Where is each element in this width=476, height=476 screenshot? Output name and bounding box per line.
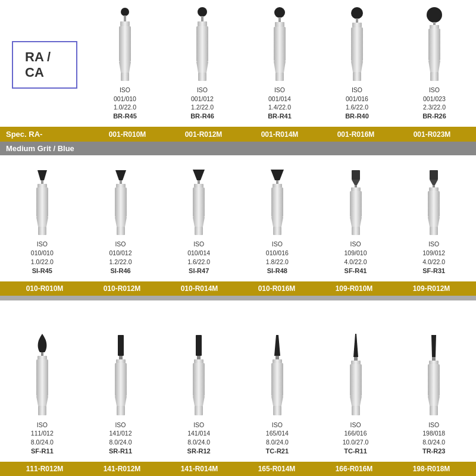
tool-info-br-r40: ISO001/0161.6/22.0 BR-R40 bbox=[345, 86, 369, 121]
tool-code-sr-r11: SR-R11 bbox=[109, 447, 132, 456]
svg-rect-33 bbox=[36, 187, 48, 217]
spec-code-111-r012m: 111-R012M bbox=[6, 465, 83, 473]
tool-iso-tr-r23: ISO198/0188.0/24.0 bbox=[422, 421, 446, 447]
spec-code-010-r016m: 010-R016M bbox=[238, 284, 315, 293]
tool-svg-br-r41 bbox=[259, 7, 300, 83]
svg-rect-56 bbox=[355, 185, 357, 187]
tool-br-r26: ISO001/0232.3/22.0 BR-R26 bbox=[396, 6, 473, 124]
svg-rect-57 bbox=[351, 187, 361, 191]
svg-rect-41 bbox=[117, 227, 125, 235]
svg-marker-10 bbox=[196, 62, 208, 73]
tool-info-tc-r11: ISO166/01610.0/27.0 TC-R11 bbox=[343, 421, 369, 456]
tool-image-sr-r12 bbox=[178, 332, 220, 418]
ra-ca-label: RA / CA bbox=[12, 41, 77, 89]
section-1-tools: RA / CA bbox=[0, 0, 476, 127]
svg-rect-84 bbox=[195, 406, 203, 415]
svg-rect-17 bbox=[275, 73, 284, 81]
tool-info-si-r45: ISO010/0101.0/22.0 SI-R45 bbox=[31, 240, 54, 275]
svg-rect-13 bbox=[278, 17, 281, 22]
tool-svg-br-r45 bbox=[104, 7, 146, 83]
tool-code-sf-r41: SF-R41 bbox=[345, 267, 367, 275]
section-3-tools: ISO111/0128.0/24.0 SF-R11 bbox=[0, 300, 476, 462]
tool-info-sr-r12: ISO141/0148.0/24.0 SR-R12 bbox=[187, 421, 211, 456]
svg-marker-30 bbox=[37, 170, 47, 180]
svg-rect-92 bbox=[354, 357, 358, 361]
svg-rect-68 bbox=[41, 352, 43, 356]
svg-rect-87 bbox=[273, 359, 282, 363]
svg-rect-61 bbox=[430, 170, 438, 180]
tool-iso-br-r46: ISO001/0121.2/22.0 bbox=[190, 86, 214, 112]
svg-rect-64 bbox=[429, 187, 439, 191]
tool-sr-r12: ISO141/0148.0/24.0 SR-R12 bbox=[159, 332, 238, 459]
spec-code-001-r010m: 001-R010M bbox=[89, 130, 165, 139]
svg-point-24 bbox=[427, 7, 442, 23]
tool-info-sf-r11: ISO111/0128.0/24.0 SF-R11 bbox=[31, 421, 54, 456]
svg-rect-58 bbox=[350, 191, 362, 217]
svg-marker-66 bbox=[428, 217, 440, 227]
spec-bar-3: 111-R012M 141-R012M 141-R014M 165-R014M … bbox=[0, 462, 476, 476]
svg-marker-22 bbox=[351, 61, 363, 72]
tool-image-br-r46 bbox=[181, 6, 223, 83]
svg-marker-77 bbox=[115, 396, 127, 406]
spec-code-010-r014m: 010-R014M bbox=[161, 284, 238, 293]
tool-iso-br-r41: ISO001/0141.4/22.0 bbox=[268, 86, 292, 112]
tool-iso-si-r47: ISO010/0141.6/22.0 bbox=[187, 240, 210, 266]
tool-svg-sf-r11 bbox=[21, 332, 63, 418]
tool-image-sf-r31 bbox=[413, 160, 455, 237]
tool-code-si-r45: SI-R45 bbox=[31, 267, 54, 275]
svg-rect-27 bbox=[428, 29, 440, 61]
tool-svg-si-r47 bbox=[178, 167, 220, 237]
svg-rect-93 bbox=[351, 361, 361, 364]
svg-rect-49 bbox=[276, 180, 278, 184]
svg-marker-40 bbox=[115, 217, 127, 227]
svg-rect-94 bbox=[350, 364, 362, 396]
tool-iso-si-r46: ISO010/0121.2/22.0 bbox=[109, 240, 132, 266]
svg-marker-89 bbox=[271, 396, 283, 406]
svg-marker-59 bbox=[350, 217, 362, 227]
svg-marker-85 bbox=[274, 335, 280, 356]
tool-svg-sr-r11 bbox=[100, 332, 142, 418]
tool-info-tc-r21: ISO165/0148.0/24.0 TC-R21 bbox=[266, 421, 289, 456]
svg-rect-15 bbox=[274, 27, 286, 61]
svg-rect-73 bbox=[118, 335, 124, 356]
tool-iso-br-r40: ISO001/0161.6/22.0 bbox=[345, 86, 369, 112]
svg-rect-5 bbox=[121, 73, 129, 81]
tool-code-sf-r11: SF-R11 bbox=[31, 447, 54, 456]
svg-rect-25 bbox=[433, 22, 436, 25]
tool-code-br-r40: BR-R40 bbox=[345, 112, 369, 121]
tool-svg-sf-r31 bbox=[413, 167, 455, 237]
tool-image-si-r48 bbox=[256, 160, 298, 237]
tool-svg-sr-r12 bbox=[178, 332, 220, 418]
tool-iso-sf-r31: ISO109/0124.0/22.0 bbox=[422, 240, 445, 266]
tool-image-tr-r23 bbox=[413, 332, 455, 418]
tool-image-si-r45 bbox=[21, 160, 63, 237]
tool-code-br-r41: BR-R41 bbox=[268, 112, 292, 121]
svg-marker-97 bbox=[431, 335, 436, 357]
svg-rect-20 bbox=[352, 23, 362, 27]
spec-code-010-r012m: 010-R012M bbox=[83, 284, 161, 293]
svg-marker-95 bbox=[350, 396, 362, 406]
svg-rect-100 bbox=[428, 364, 440, 396]
spec-bar-1: Spec. RA- 001-R010M 001-R012M 001-R014M … bbox=[0, 127, 476, 142]
tool-svg-tc-r21 bbox=[256, 332, 298, 418]
svg-marker-42 bbox=[193, 170, 205, 180]
spec-code-001-r016m: 001-R016M bbox=[318, 130, 394, 139]
svg-rect-86 bbox=[275, 356, 279, 359]
svg-rect-7 bbox=[201, 16, 203, 21]
svg-rect-43 bbox=[198, 180, 200, 184]
tool-iso-si-r45: ISO010/0101.0/22.0 bbox=[31, 240, 54, 266]
svg-rect-76 bbox=[115, 363, 127, 396]
tool-image-tc-r11 bbox=[335, 332, 377, 418]
spec-code-165-r014m: 165-R014M bbox=[238, 465, 315, 473]
svg-rect-29 bbox=[430, 72, 439, 81]
spec-code-001-r014m: 001-R014M bbox=[242, 130, 318, 139]
svg-rect-19 bbox=[356, 18, 358, 23]
tool-image-br-r41 bbox=[259, 6, 300, 83]
svg-marker-34 bbox=[36, 217, 48, 227]
svg-rect-35 bbox=[38, 227, 46, 235]
svg-rect-74 bbox=[119, 356, 123, 359]
svg-rect-67 bbox=[430, 227, 438, 235]
tool-sf-r41: ISO109/0104.0/22.0 SF-R41 bbox=[317, 160, 395, 278]
spec-label-1: Spec. RA- bbox=[6, 130, 89, 139]
svg-rect-9 bbox=[196, 26, 208, 62]
